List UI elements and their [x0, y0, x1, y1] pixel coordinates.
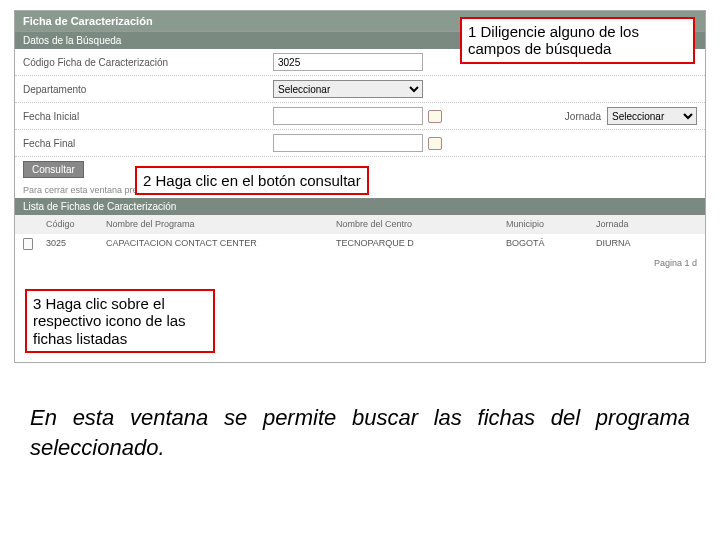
fecha-inicial-label: Fecha Inicial — [23, 111, 273, 122]
departamento-select[interactable]: Seleccionar — [273, 80, 423, 98]
cell-jornada: DIURNA — [590, 236, 670, 252]
callout-1: 1 Diligencie alguno de los campos de bús… — [460, 17, 695, 64]
codigo-input[interactable] — [273, 53, 423, 71]
fecha-final-label: Fecha Final — [23, 138, 273, 149]
fecha-final-input[interactable] — [273, 134, 423, 152]
col-jornada: Jornada — [590, 217, 670, 231]
col-municipio: Municipio — [500, 217, 590, 231]
col-centro: Nombre del Centro — [330, 217, 500, 231]
cell-municipio: BOGOTÁ — [500, 236, 590, 252]
consultar-button[interactable]: Consultar — [23, 161, 84, 178]
cell-centro: TECNOPARQUE D — [330, 236, 500, 252]
jornada-label: Jornada — [565, 111, 601, 122]
calendar-icon[interactable] — [427, 108, 443, 124]
calendar-icon[interactable] — [427, 135, 443, 151]
cell-codigo: 3025 — [40, 236, 100, 252]
app-window: Ficha de Caracterización Datos de la Bús… — [14, 10, 706, 363]
fecha-inicial-input[interactable] — [273, 107, 423, 125]
col-codigo: Código — [40, 217, 100, 231]
departamento-label: Departamento — [23, 84, 273, 95]
pager: Pagina 1 d — [15, 254, 705, 272]
jornada-select[interactable]: Seleccionar — [607, 107, 697, 125]
col-programa: Nombre del Programa — [100, 217, 330, 231]
list-section-header: Lista de Fichas de Caracterización — [15, 198, 705, 215]
table-row[interactable]: 3025 CAPACITACION CONTACT CENTER TECNOPA… — [15, 233, 705, 254]
cell-programa: CAPACITACION CONTACT CENTER — [100, 236, 330, 252]
list-header: Código Nombre del Programa Nombre del Ce… — [15, 215, 705, 233]
document-icon[interactable] — [23, 238, 33, 250]
callout-2: 2 Haga clic en el botón consultar — [135, 166, 369, 195]
callout-3: 3 Haga clic sobre el respectivo icono de… — [25, 289, 215, 353]
caption-text: En esta ventana se permite buscar las fi… — [30, 403, 690, 462]
codigo-label: Código Ficha de Caracterización — [23, 57, 273, 68]
